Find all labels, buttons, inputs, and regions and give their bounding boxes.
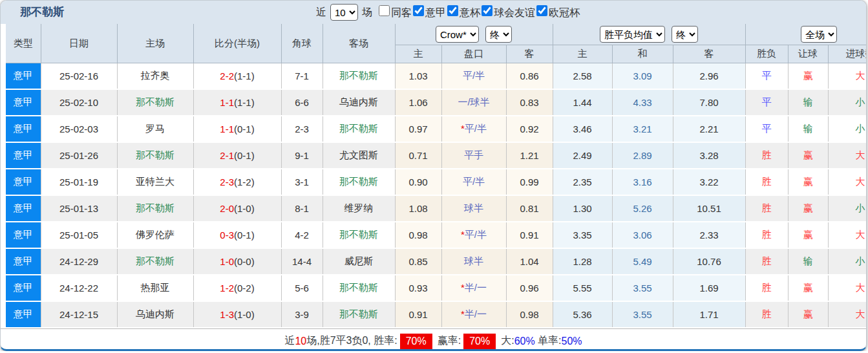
filter-label[interactable]: 欧冠杯 (549, 7, 580, 18)
table-row: 意甲 25-02-16 拉齐奥 2-2(1-1) 7-1 那不勒斯 1.03 平… (6, 63, 867, 90)
odds-time-select[interactable]: 终 (485, 26, 512, 43)
corner-count: 5-6 (281, 275, 323, 301)
avg-draw-odds: 4.33 (612, 89, 673, 116)
avg-away-odds: 7.80 (673, 89, 745, 116)
match-date: 24-12-29 (41, 248, 117, 275)
score-cell: 1-3(1-0) (193, 301, 281, 328)
summary-record: 场,胜7平3负0, 胜率: (306, 334, 397, 348)
handicap-line: 平/半 (463, 70, 485, 81)
handicap-result-cell: 输 (788, 248, 828, 275)
avg-draw-odds: 2.89 (612, 142, 673, 169)
filter-checkbox-意杯[interactable] (447, 5, 458, 16)
sub-header-avg-draw: 和 (612, 45, 673, 63)
result-cell: 胜 (745, 169, 788, 195)
result-cell: 胜 (745, 142, 788, 169)
league-badge: 意甲 (6, 169, 41, 195)
handicap-line: 球半 (464, 202, 483, 213)
result-cell: 胜 (745, 195, 788, 222)
fulltime-score: 2-0 (220, 203, 234, 214)
odds-away: 0.83 (506, 89, 553, 116)
odds-home: 1.06 (395, 89, 441, 116)
avg-home-odds: 3.46 (553, 116, 612, 142)
goals-result-cell: 大 (828, 222, 867, 248)
handicap-line: 半/一 (465, 308, 487, 319)
col-header-date: 日期 (41, 24, 117, 63)
odds-away: 1.04 (506, 248, 553, 275)
home-team: 佛罗伦萨 (117, 222, 193, 248)
away-team: 那不勒斯 (323, 222, 395, 248)
score-cell: 1-1(0-1) (193, 116, 281, 142)
sub-header-odds-home: 主 (395, 45, 441, 63)
col-header-score: 比分(半场) (193, 24, 281, 63)
away-team: 那不勒斯 (323, 275, 395, 301)
fulltime-score: 2-1 (220, 150, 234, 161)
match-date: 25-01-19 (41, 169, 117, 195)
filter-label[interactable]: 同客 (391, 7, 412, 18)
handicap-result-cell: 输 (788, 116, 828, 142)
fulltime-score: 2-2 (220, 70, 234, 81)
home-team: 那不勒斯 (117, 248, 193, 275)
sub-header-goals: 进球数 (828, 45, 867, 63)
handicap-line: 半/一 (465, 282, 487, 293)
filter-label[interactable]: 球会友谊 (494, 7, 535, 18)
avg-away-odds: 1.71 (673, 301, 745, 328)
filter-checkbox-意甲[interactable] (413, 5, 424, 16)
corner-count: 3-1 (281, 169, 323, 195)
avg-time-select[interactable]: 终 (672, 26, 698, 43)
handicap-line: 球半 (464, 255, 483, 266)
table-row: 意甲 25-01-13 那不勒斯 2-0(1-0) 8-1 维罗纳 1.08 球… (6, 195, 867, 222)
col-header-corner: 角球 (281, 24, 323, 63)
match-stats-panel: 那不勒斯 近 10 场 同客意甲意杯球会友谊欧冠杯 类型 日期 (0, 0, 867, 351)
away-team: 乌迪内斯 (323, 89, 395, 116)
scope-select[interactable]: 全场 (801, 26, 837, 43)
bookmaker-select[interactable]: Crow* (436, 26, 479, 43)
handicap-rate-badge: 70% (463, 334, 496, 349)
recent-count-select[interactable]: 10 (330, 4, 358, 21)
corner-count: 6-6 (281, 89, 323, 116)
handicap-result-cell: 赢 (788, 195, 828, 222)
halftime-score: (1-2) (234, 176, 255, 187)
away-team: 那不勒斯 (323, 63, 395, 90)
league-badge: 意甲 (6, 142, 41, 169)
handicap-cell: 平/半 (441, 63, 506, 90)
col-header-away: 客场 (323, 24, 395, 63)
table-row: 意甲 25-02-03 罗马 1-1(0-1) 2-3 那不勒斯 0.97 *平… (6, 116, 867, 142)
score-cell: 2-1(0-1) (193, 142, 281, 169)
filter-checkbox-球会友谊[interactable] (482, 5, 492, 16)
avg-home-odds: 2.49 (553, 142, 612, 169)
stats-table: 类型 日期 主场 比分(半场) 角球 客场 Crow* 终 胜平负均值 终 (6, 24, 867, 328)
fulltime-score: 2-3 (220, 176, 234, 187)
filter-label[interactable]: 意杯 (460, 7, 480, 18)
filter-checkbox-同客[interactable] (379, 5, 390, 16)
table-row: 意甲 24-12-15 乌迪内斯 1-3(1-0) 3-9 那不勒斯 0.91 … (6, 301, 867, 328)
odds-group-header: Crow* 终 (395, 24, 553, 45)
filter-checkbox-欧冠杯[interactable] (536, 5, 547, 16)
filter-label[interactable]: 意甲 (425, 7, 446, 18)
home-team: 那不勒斯 (117, 195, 193, 222)
halftime-score: (1-0) (234, 309, 255, 320)
score-cell: 2-3(1-2) (193, 169, 281, 195)
halftime-score: (1-1) (234, 70, 255, 81)
halftime-score: (0-0) (234, 256, 255, 267)
handicap-cell: *平/半 (441, 222, 506, 248)
odds-home: 1.03 (395, 63, 441, 90)
odds-away: 0.99 (506, 169, 553, 195)
stats-table-wrap: 类型 日期 主场 比分(半场) 角球 客场 Crow* 终 胜平负均值 终 (1, 24, 866, 328)
score-cell: 2-2(1-1) (193, 63, 281, 90)
table-row: 意甲 24-12-22 热那亚 1-2(0-2) 5-6 那不勒斯 0.93 *… (6, 275, 867, 301)
match-date: 24-12-15 (41, 301, 117, 328)
match-date: 24-12-22 (41, 275, 117, 301)
avg-type-select[interactable]: 胜平负均值 (600, 26, 665, 43)
handicap-cell: 球半 (441, 195, 506, 222)
avg-away-odds: 3.22 (673, 169, 745, 195)
goals-result-cell: 大 (828, 142, 867, 169)
league-badge: 意甲 (6, 222, 41, 248)
away-team: 那不勒斯 (323, 301, 395, 328)
corner-count: 14-4 (281, 248, 323, 275)
home-team: 那不勒斯 (117, 142, 193, 169)
sub-header-avg-away: 客 (673, 45, 745, 63)
avg-away-odds: 10.76 (673, 248, 745, 275)
halftime-score: (0-1) (234, 150, 255, 161)
win-rate-badge: 70% (400, 334, 432, 349)
result-group-header: 全场 (745, 24, 867, 45)
